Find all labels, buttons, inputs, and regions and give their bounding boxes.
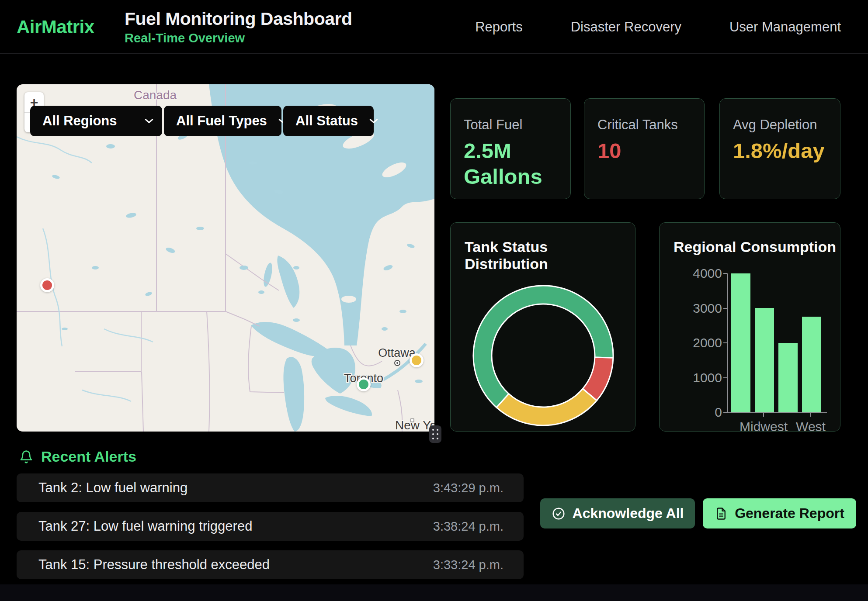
tank-marker-normal[interactable] bbox=[357, 377, 371, 391]
lake-erie bbox=[325, 396, 372, 416]
fuel-type-filter-dropdown[interactable]: All Fuel Types bbox=[164, 106, 281, 136]
status-filter-value: All Status bbox=[295, 113, 358, 129]
acknowledge-all-label: Acknowledge All bbox=[573, 505, 684, 522]
map-resize-handle[interactable] bbox=[429, 425, 441, 443]
y-tick-label: 1000 bbox=[681, 370, 722, 385]
tank-marker-warning[interactable] bbox=[410, 353, 424, 367]
stat-card-critical-tanks: Critical Tanks 10 bbox=[584, 98, 705, 199]
bell-icon bbox=[19, 449, 33, 465]
main-nav: Reports Disaster Recovery User Managemen… bbox=[475, 0, 841, 54]
region-filter-value: All Regions bbox=[42, 113, 117, 129]
chevron-down-icon bbox=[369, 118, 378, 124]
fuel-map[interactable]: Canada Ottawa Toronto New York + All Reg… bbox=[17, 84, 434, 432]
x-tick-label-west: West bbox=[796, 419, 826, 432]
donut-chart-title: Tank Status Distribution bbox=[465, 238, 635, 273]
alert-timestamp: 3:33:24 p.m. bbox=[433, 558, 503, 572]
x-tick-mark bbox=[810, 413, 811, 417]
nav-reports[interactable]: Reports bbox=[475, 19, 523, 35]
alerts-title: Recent Alerts bbox=[41, 448, 136, 465]
stat-value-critical-tanks: 10 bbox=[597, 138, 693, 164]
lake-huron bbox=[312, 348, 355, 394]
map-filters: All Regions All Fuel Types All Status bbox=[30, 106, 374, 136]
alert-text: Tank 15: Pressure threshold exceeded bbox=[38, 557, 270, 573]
header: AirMatrix Fuel Monitoring Dashboard Real… bbox=[0, 0, 868, 54]
stat-card-avg-depletion: Avg Depletion 1.8%/day bbox=[719, 98, 840, 199]
dashboard-root: AirMatrix Fuel Monitoring Dashboard Real… bbox=[0, 0, 868, 601]
alert-timestamp: 3:43:29 p.m. bbox=[433, 481, 503, 495]
bar-chart-title: Regional Consumption bbox=[674, 238, 836, 256]
x-tick-mark bbox=[763, 413, 764, 417]
y-tick-mark bbox=[723, 308, 727, 309]
alert-text: Tank 27: Low fuel warning triggered bbox=[38, 518, 252, 534]
rivers bbox=[17, 137, 153, 401]
lake-winnipeg bbox=[277, 256, 299, 308]
alert-timestamp: 3:38:24 p.m. bbox=[433, 519, 503, 534]
y-tick-label: 0 bbox=[681, 405, 722, 420]
alerts-header: Recent Alerts bbox=[19, 448, 136, 465]
nav-user-management[interactable]: User Management bbox=[729, 19, 841, 35]
x-tick-label-midwest: Midwest bbox=[740, 419, 788, 432]
generate-report-button[interactable]: Generate Report bbox=[703, 498, 856, 528]
tank-status-card: Tank Status Distribution bbox=[450, 222, 635, 432]
region-filter-dropdown[interactable]: All Regions bbox=[30, 106, 162, 136]
stat-label: Critical Tanks bbox=[597, 117, 691, 133]
stat-value-avg-depletion: 1.8%/day bbox=[733, 138, 828, 164]
regional-consumption-card: Regional Consumption 01000200030004000 M… bbox=[659, 222, 840, 432]
y-tick-label: 4000 bbox=[681, 266, 722, 281]
y-tick-label: 3000 bbox=[681, 301, 722, 316]
bar-region-0[interactable] bbox=[731, 273, 750, 412]
basemap: Canada Ottawa Toronto New York bbox=[17, 84, 434, 432]
stat-card-total-fuel: Total Fuel 2.5M Gallons bbox=[450, 98, 571, 199]
alert-row[interactable]: Tank 27: Low fuel warning triggered 3:38… bbox=[17, 512, 524, 541]
x-axis-line bbox=[727, 412, 827, 413]
y-tick-mark bbox=[723, 377, 727, 378]
bar-Midwest[interactable] bbox=[755, 308, 774, 412]
stat-label: Total Fuel bbox=[464, 117, 557, 133]
page-subtitle: Real-Time Overview bbox=[125, 31, 352, 45]
chevron-down-icon bbox=[145, 118, 153, 124]
label-new-york: New York bbox=[395, 418, 434, 432]
tank-marker-critical[interactable] bbox=[40, 278, 54, 292]
island bbox=[341, 296, 356, 303]
nav-disaster-recovery[interactable]: Disaster Recovery bbox=[571, 19, 681, 35]
check-circle-icon bbox=[552, 507, 566, 521]
y-tick-label: 2000 bbox=[681, 335, 722, 350]
alert-row[interactable]: Tank 2: Low fuel warning 3:43:29 p.m. bbox=[17, 473, 524, 502]
fuel-type-filter-value: All Fuel Types bbox=[176, 113, 267, 129]
document-icon bbox=[715, 507, 728, 521]
generate-report-label: Generate Report bbox=[735, 505, 844, 522]
y-tick-mark bbox=[723, 342, 727, 343]
title-block: Fuel Monitoring Dashboard Real-Time Over… bbox=[125, 0, 352, 54]
stat-value-total-fuel: 2.5M Gallons bbox=[464, 138, 559, 190]
brand-logo: AirMatrix bbox=[17, 0, 94, 54]
page-title: Fuel Monitoring Dashboard bbox=[125, 9, 352, 29]
y-tick-mark bbox=[723, 273, 727, 274]
stat-label: Avg Depletion bbox=[733, 117, 827, 133]
status-filter-dropdown[interactable]: All Status bbox=[283, 106, 374, 136]
bar-region-2[interactable] bbox=[778, 343, 798, 412]
donut-segment-2[interactable] bbox=[496, 389, 597, 425]
window-bottom-strip bbox=[0, 584, 868, 601]
acknowledge-all-button[interactable]: Acknowledge All bbox=[540, 498, 695, 528]
y-tick-mark bbox=[723, 412, 727, 413]
lake-michigan bbox=[283, 357, 304, 432]
bar-West[interactable] bbox=[802, 317, 821, 412]
regional-consumption-bar-chart bbox=[727, 273, 826, 412]
alert-row[interactable]: Tank 15: Pressure threshold exceeded 3:3… bbox=[17, 550, 524, 579]
alert-text: Tank 2: Low fuel warning bbox=[38, 480, 187, 496]
label-canada: Canada bbox=[134, 88, 177, 102]
